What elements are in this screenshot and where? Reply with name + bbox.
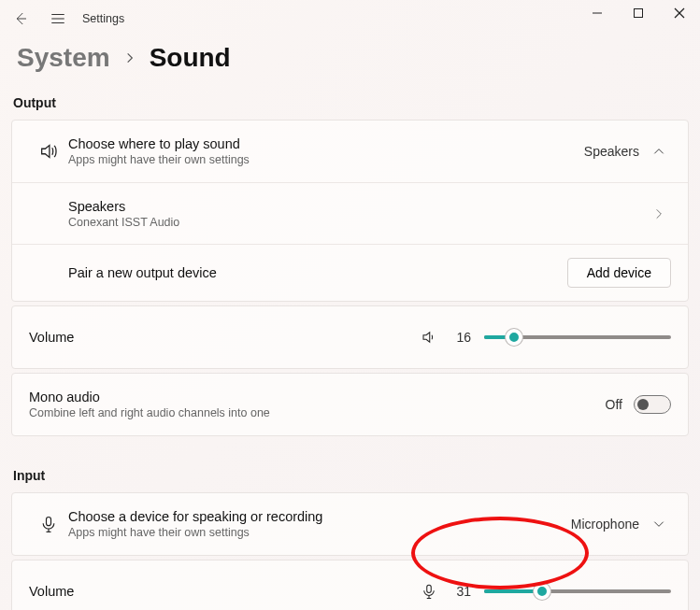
breadcrumb-parent[interactable]: System [17, 43, 110, 73]
mono-toggle-state: Off [606, 397, 622, 412]
output-selected-device: Speakers [584, 144, 639, 159]
output-device-driver: Conexant ISST Audio [68, 216, 652, 229]
input-choose-subtitle: Apps might have their own settings [68, 526, 571, 539]
output-choose-card: Choose where to play sound Apps might ha… [11, 120, 689, 302]
pair-output-label: Pair a new output device [68, 265, 567, 280]
input-volume-label: Volume [29, 584, 421, 599]
input-choose-card: Choose a device for speaking or recordin… [11, 492, 689, 556]
section-input-label: Input [0, 440, 700, 492]
close-button[interactable] [670, 4, 689, 22]
add-device-button[interactable]: Add device [567, 258, 671, 288]
chevron-right-icon [652, 207, 671, 220]
svg-rect-1 [635, 9, 643, 18]
microphone-icon [29, 515, 68, 533]
mono-audio-card: Mono audio Combine left and right audio … [11, 373, 689, 436]
input-choose-row[interactable]: Choose a device for speaking or recordin… [12, 493, 688, 555]
minimize-button[interactable] [588, 4, 607, 22]
input-volume-value: 31 [450, 584, 471, 599]
input-volume-slider[interactable] [484, 582, 671, 601]
output-volume-card: Volume 16 [11, 305, 689, 369]
mono-audio-toggle[interactable] [634, 395, 671, 414]
speaker-icon [29, 141, 68, 162]
input-volume-card: Volume 31 [11, 560, 689, 610]
page-title: Sound [150, 43, 231, 73]
maximize-button[interactable] [629, 4, 648, 22]
section-output-label: Output [0, 84, 700, 120]
mono-audio-title: Mono audio [29, 390, 606, 404]
mono-audio-row: Mono audio Combine left and right audio … [12, 374, 688, 435]
output-volume-label: Volume [29, 330, 421, 345]
svg-rect-11 [427, 585, 432, 592]
chevron-down-icon [652, 518, 671, 531]
output-volume-slider[interactable] [484, 328, 671, 347]
output-choose-title: Choose where to play sound [68, 136, 584, 151]
chevron-right-icon [123, 51, 136, 64]
input-selected-device: Microphone [571, 517, 639, 532]
output-device-name: Speakers [68, 199, 652, 214]
pair-output-row: Pair a new output device Add device [12, 244, 688, 301]
input-choose-title: Choose a device for speaking or recordin… [68, 509, 571, 524]
app-title: Settings [82, 12, 124, 25]
output-choose-subtitle: Apps might have their own settings [68, 153, 584, 166]
svg-rect-8 [47, 518, 51, 526]
mono-audio-subtitle: Combine left and right audio channels in… [29, 406, 606, 419]
breadcrumb: System Sound [0, 37, 700, 84]
output-volume-value: 16 [450, 330, 471, 345]
back-button[interactable] [7, 6, 34, 32]
output-volume-row: Volume 16 [12, 306, 688, 368]
output-device-row[interactable]: Speakers Conexant ISST Audio [12, 182, 688, 244]
input-volume-row: Volume 31 [12, 560, 688, 610]
microphone-level-icon[interactable] [421, 583, 437, 600]
output-choose-row[interactable]: Choose where to play sound Apps might ha… [12, 121, 688, 182]
volume-low-icon[interactable] [421, 329, 437, 346]
menu-button[interactable] [45, 6, 71, 32]
chevron-up-icon [652, 145, 671, 158]
